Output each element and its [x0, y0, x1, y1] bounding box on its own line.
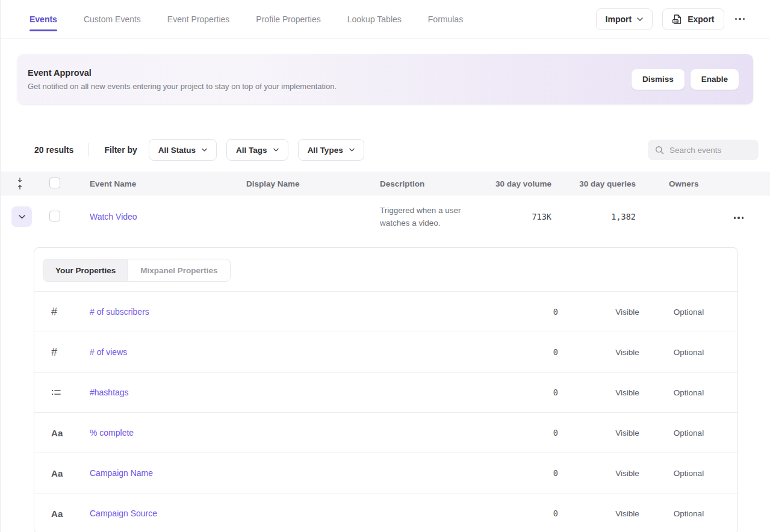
property-row: Aa Campaign Name 0 Visible Optional: [34, 453, 737, 493]
status-filter-dropdown[interactable]: All Status: [149, 139, 217, 161]
search-input[interactable]: [669, 146, 753, 155]
export-button[interactable]: csv Export: [662, 8, 724, 30]
results-count: 20 results: [34, 145, 73, 155]
property-row: Aa Campaign Source 0 Visible Optional: [34, 493, 737, 532]
property-status: Optional: [658, 388, 719, 397]
property-volume: 0: [503, 428, 563, 438]
collapse-row-button[interactable]: [11, 206, 32, 227]
tab-mixpanel-properties[interactable]: Mixpanel Properties: [128, 259, 229, 281]
property-row: # # of views 0 Visible Optional: [34, 332, 737, 372]
chevron-down-icon: [637, 17, 643, 21]
property-visibility: Visible: [597, 308, 658, 317]
text-type-icon: Aa: [34, 509, 90, 519]
chevron-down-icon: [19, 215, 25, 219]
property-volume: 0: [503, 468, 563, 478]
enable-button[interactable]: Enable: [691, 69, 739, 90]
tags-filter-dropdown[interactable]: All Tags: [226, 139, 288, 161]
property-visibility: Visible: [597, 469, 658, 478]
tab-event-properties[interactable]: Event Properties: [167, 0, 230, 38]
vertical-divider: [88, 143, 89, 156]
types-filter-dropdown[interactable]: All Types: [298, 139, 364, 161]
banner-title: Event Approval: [28, 68, 337, 78]
banner-actions: Dismiss Enable: [632, 69, 739, 90]
import-button[interactable]: Import: [596, 8, 653, 30]
event-table-row: Watch Video Triggered when a user watche…: [1, 196, 770, 238]
tags-filter-label: All Tags: [236, 146, 267, 155]
event-properties-panel: Your Properties Mixpanel Properties # # …: [34, 247, 738, 532]
top-nav: Events Custom Events Event Properties Pr…: [29, 0, 463, 38]
row-actions-menu-button[interactable]: [733, 213, 745, 223]
banner-description: Get notified on all new events entering …: [28, 82, 337, 91]
column-header-queries: 30 day queries: [554, 179, 639, 188]
events-table-header: Event Name Display Name Description 30 d…: [1, 172, 770, 196]
select-all-checkbox[interactable]: [49, 178, 60, 188]
property-status: Optional: [658, 509, 719, 518]
chevron-down-icon: [202, 148, 207, 152]
property-name-link[interactable]: # of views: [90, 347, 127, 357]
property-visibility: Visible: [597, 388, 658, 397]
row-checkbox[interactable]: [49, 211, 60, 221]
tab-custom-events[interactable]: Custom Events: [84, 0, 141, 38]
property-row: Aa % complete 0 Visible Optional: [34, 412, 737, 453]
event-name-link[interactable]: Watch Video: [90, 212, 137, 221]
tab-your-properties[interactable]: Your Properties: [43, 259, 128, 281]
banner-text: Event Approval Get notified on all new e…: [28, 68, 337, 91]
tab-events[interactable]: Events: [29, 0, 57, 38]
property-status: Optional: [658, 348, 719, 357]
property-visibility: Visible: [597, 428, 658, 438]
column-header-display-name: Display Name: [235, 179, 369, 188]
event-queries: 1,382: [554, 212, 639, 221]
property-row: #hashtags 0 Visible Optional: [34, 372, 737, 412]
tab-formulas[interactable]: Formulas: [428, 0, 463, 38]
text-type-icon: Aa: [34, 428, 90, 438]
property-status: Optional: [658, 308, 719, 317]
column-header-volume: 30 day volume: [483, 179, 554, 188]
property-name-link[interactable]: Campaign Name: [90, 468, 153, 478]
property-volume: 0: [503, 347, 563, 357]
svg-text:csv: csv: [674, 19, 679, 22]
tab-lookup-tables[interactable]: Lookup Tables: [347, 0, 402, 38]
csv-file-icon: csv: [672, 14, 682, 25]
chevron-down-icon: [349, 148, 355, 152]
lexicon-page: Events Custom Events Event Properties Pr…: [0, 0, 770, 532]
property-status: Optional: [658, 428, 719, 438]
number-type-icon: #: [34, 346, 90, 359]
filter-bar: 20 results Filter by All Status All Tags…: [1, 138, 770, 161]
properties-tab-group: Your Properties Mixpanel Properties: [43, 259, 231, 282]
export-button-label: Export: [688, 14, 714, 24]
event-volume: 713K: [483, 212, 554, 221]
column-header-event-name: Event Name: [79, 179, 235, 188]
property-volume: 0: [503, 388, 563, 397]
types-filter-label: All Types: [308, 146, 343, 155]
event-description: Triggered when a user watches a video.: [369, 204, 480, 229]
top-bar: Events Custom Events Event Properties Pr…: [1, 0, 770, 39]
top-bar-actions: Import csv Export: [596, 8, 746, 30]
number-type-icon: #: [34, 306, 90, 318]
column-header-owners: Owners: [669, 179, 711, 188]
search-icon: [655, 146, 664, 155]
search-box: [648, 140, 759, 160]
event-approval-banner: Event Approval Get notified on all new e…: [17, 54, 753, 104]
column-header-description: Description: [369, 179, 483, 188]
collapse-rows-icon[interactable]: [1, 177, 39, 190]
property-name-link[interactable]: #hashtags: [90, 388, 129, 397]
property-name-link[interactable]: % complete: [90, 428, 134, 438]
property-volume: 0: [503, 509, 563, 518]
property-volume: 0: [503, 307, 563, 317]
text-type-icon: Aa: [34, 468, 90, 478]
property-status: Optional: [658, 469, 719, 478]
property-name-link[interactable]: Campaign Source: [90, 509, 157, 518]
filter-by-label: Filter by: [104, 145, 137, 155]
property-visibility: Visible: [597, 509, 658, 518]
tab-profile-properties[interactable]: Profile Properties: [256, 0, 320, 38]
more-options-button[interactable]: [734, 14, 747, 24]
import-button-label: Import: [606, 14, 632, 24]
property-row: # # of subscribers 0 Visible Optional: [34, 291, 737, 332]
status-filter-label: All Status: [158, 146, 196, 155]
property-visibility: Visible: [597, 348, 658, 357]
list-type-icon: [34, 388, 90, 397]
property-name-link[interactable]: # of subscribers: [90, 307, 149, 317]
chevron-down-icon: [273, 148, 279, 152]
dismiss-button[interactable]: Dismiss: [632, 69, 685, 90]
